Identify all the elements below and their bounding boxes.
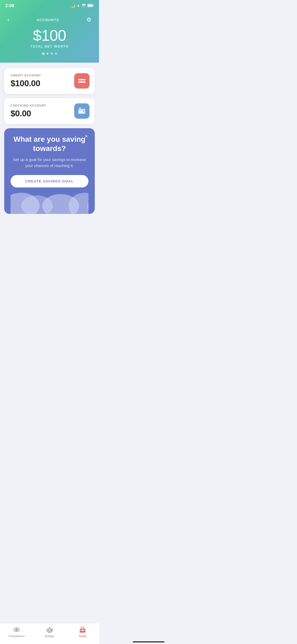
cloud-shape-4	[69, 193, 88, 214]
back-button[interactable]: ‹	[5, 15, 11, 24]
dot-2	[46, 53, 49, 55]
svg-rect-3	[93, 5, 94, 6]
battery-icon	[87, 4, 94, 8]
svg-point-0	[83, 6, 84, 7]
close-button[interactable]: ×	[83, 132, 90, 140]
moon-icon: 🌙	[71, 4, 75, 8]
status-icons: 🌙 ✈	[71, 4, 94, 8]
credit-account-info: CREDIT ACCOUNT $100.00	[11, 74, 41, 88]
page-title: ACCOUNTS	[36, 18, 59, 22]
credit-account-amount: $100.00	[11, 79, 41, 88]
header-subtitle: TOTAL NET WORTH	[5, 45, 94, 48]
credit-account-label: CREDIT ACCOUNT	[11, 74, 41, 77]
credit-card-icon	[78, 79, 86, 83]
dot-4	[55, 53, 57, 55]
clouds-decoration	[11, 193, 88, 214]
savings-heading: What are you saving towards?	[11, 135, 88, 153]
checking-account-info: CHECKING ACCOUNT $0.00	[11, 104, 46, 118]
savings-goal-card: × What are you saving towards? Set up a …	[4, 128, 95, 214]
savings-subtext: Set up a goal for your savings to increa…	[11, 157, 88, 169]
page-indicators	[5, 53, 94, 55]
checking-account-label: CHECKING ACCOUNT	[11, 104, 46, 107]
create-savings-goal-button[interactable]: CREATE SAVINGS GOAL	[11, 175, 88, 187]
settings-button[interactable]: ⚙	[84, 15, 94, 24]
checking-account-card: CHECKING ACCOUNT $0.00	[4, 98, 95, 124]
status-time: 2:08	[5, 3, 14, 8]
dot-3	[51, 53, 53, 55]
checking-account-amount: $0.00	[11, 109, 46, 118]
airplane-icon: ✈	[77, 4, 80, 8]
dot-1	[42, 53, 44, 55]
credit-account-card: CREDIT ACCOUNT $100.00	[4, 68, 95, 94]
checking-account-icon[interactable]	[74, 103, 89, 119]
wallet-icon	[78, 107, 86, 115]
credit-account-icon[interactable]	[74, 73, 89, 89]
svg-rect-2	[88, 5, 92, 7]
total-amount: $100	[5, 26, 94, 44]
svg-point-6	[84, 111, 84, 112]
wifi-icon	[82, 4, 86, 8]
